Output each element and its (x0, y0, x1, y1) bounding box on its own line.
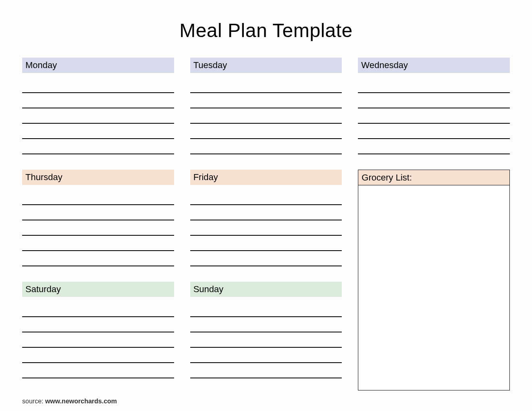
day-monday: Monday (22, 58, 174, 166)
write-line[interactable] (358, 124, 510, 139)
write-line[interactable] (358, 78, 510, 93)
grocery-box[interactable] (358, 185, 510, 390)
write-line[interactable] (190, 220, 342, 236)
write-line[interactable] (22, 363, 174, 378)
lines-thursday (22, 185, 174, 278)
meal-plan-grid: Monday Tuesday Wednesday Thursda (22, 58, 510, 390)
write-line[interactable] (22, 124, 174, 139)
day-header-monday: Monday (22, 58, 174, 73)
source-url: www.neworchards.com (45, 398, 117, 405)
write-line[interactable] (190, 78, 342, 93)
write-line[interactable] (22, 302, 174, 317)
day-saturday: Saturday (22, 282, 174, 390)
write-line[interactable] (358, 108, 510, 124)
day-header-saturday: Saturday (22, 282, 174, 297)
write-line[interactable] (190, 93, 342, 108)
lines-wednesday (358, 73, 510, 166)
write-line[interactable] (190, 205, 342, 220)
day-header-thursday: Thursday (22, 170, 174, 185)
write-line[interactable] (190, 332, 342, 348)
write-line[interactable] (22, 108, 174, 124)
lines-tuesday (190, 73, 342, 166)
write-line[interactable] (22, 190, 174, 205)
write-line[interactable] (22, 220, 174, 236)
day-tuesday: Tuesday (190, 58, 342, 166)
write-line[interactable] (358, 139, 510, 154)
write-line[interactable] (22, 332, 174, 348)
write-line[interactable] (22, 139, 174, 154)
write-line[interactable] (190, 236, 342, 251)
source-line: source: www.neworchards.com (22, 398, 510, 405)
grocery-header: Grocery List: (358, 170, 510, 185)
lines-monday (22, 73, 174, 166)
day-wednesday: Wednesday (358, 58, 510, 166)
write-line[interactable] (22, 251, 174, 266)
lines-sunday (190, 297, 342, 390)
day-header-friday: Friday (190, 170, 342, 185)
write-line[interactable] (190, 302, 342, 317)
day-header-wednesday: Wednesday (358, 58, 510, 73)
grocery-list: Grocery List: (358, 170, 510, 390)
write-line[interactable] (358, 93, 510, 108)
write-line[interactable] (190, 251, 342, 266)
write-line[interactable] (190, 317, 342, 332)
write-line[interactable] (190, 190, 342, 205)
write-line[interactable] (22, 78, 174, 93)
write-line[interactable] (22, 205, 174, 220)
lines-friday (190, 185, 342, 278)
write-line[interactable] (22, 236, 174, 251)
source-label: source: (22, 398, 45, 405)
write-line[interactable] (22, 93, 174, 108)
write-line[interactable] (190, 363, 342, 378)
day-friday: Friday (190, 170, 342, 278)
day-header-tuesday: Tuesday (190, 58, 342, 73)
day-sunday: Sunday (190, 282, 342, 390)
write-line[interactable] (190, 108, 342, 124)
day-thursday: Thursday (22, 170, 174, 278)
write-line[interactable] (22, 317, 174, 332)
day-header-sunday: Sunday (190, 282, 342, 297)
write-line[interactable] (190, 348, 342, 363)
write-line[interactable] (190, 139, 342, 154)
page-title: Meal Plan Template (22, 19, 510, 42)
write-line[interactable] (190, 124, 342, 139)
lines-saturday (22, 297, 174, 390)
write-line[interactable] (22, 348, 174, 363)
